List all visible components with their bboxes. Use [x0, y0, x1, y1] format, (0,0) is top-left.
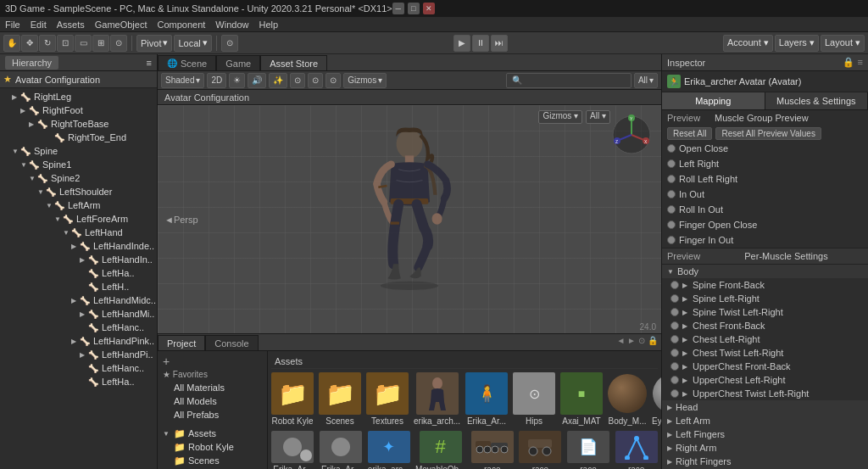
- menu-assets[interactable]: Assets: [57, 20, 85, 30]
- right-fingers-section[interactable]: ▶ Right Fingers: [662, 455, 868, 468]
- shaded-dropdown[interactable]: Shaded ▾: [161, 73, 204, 88]
- fx-btn[interactable]: ✨: [269, 73, 287, 88]
- tree-item-rightleg[interactable]: ▶ 🦴 RightLeg: [0, 90, 157, 103]
- proj-all-materials[interactable]: All Materials: [158, 381, 267, 394]
- hand-tool[interactable]: ✋: [3, 35, 20, 52]
- menu-gameobject[interactable]: GameObject: [95, 20, 147, 30]
- account-dropdown[interactable]: Account ▾: [723, 35, 773, 52]
- tree-item-leftforearm[interactable]: ▼ 🦴 LeftForeArm: [0, 212, 157, 226]
- tree-item-spine[interactable]: ▼ 🦴 Spine: [0, 144, 157, 158]
- muscle-row-fingeropen[interactable]: Finger Open Close: [662, 217, 868, 232]
- rotate-tool[interactable]: ↻: [39, 35, 56, 52]
- asset-scenes[interactable]: 📁 Scenes: [319, 372, 361, 426]
- add-asset-btn[interactable]: +: [158, 355, 267, 368]
- muscle-row-openclose[interactable]: Open Close: [662, 141, 868, 156]
- tab-mapping[interactable]: Mapping: [662, 92, 765, 109]
- muscle-upperchest-twistlr[interactable]: ▶ UpperChest Twist Left-Right: [662, 387, 868, 400]
- tree-item-leftha2[interactable]: 🦴 LeftHa..: [0, 375, 157, 388]
- tree-item-lefthandmi[interactable]: ▶ 🦴 LeftHandMi..: [0, 307, 157, 321]
- muscle-chest-twistlr[interactable]: ▶ Chest Twist Left-Right: [662, 346, 868, 360]
- asset-robot-kyle[interactable]: 📁 Robot Kyle: [271, 372, 314, 426]
- scene-btn3[interactable]: ⊙: [308, 73, 323, 88]
- all-btn[interactable]: All ▾: [586, 110, 610, 124]
- asset-axai-mat[interactable]: ■ Axai_MAT: [560, 372, 603, 426]
- asset-hips[interactable]: ⊙ Hips: [513, 372, 555, 426]
- menu-window[interactable]: Window: [215, 20, 248, 30]
- close-button[interactable]: ✕: [423, 3, 435, 14]
- asset-erika-ar1[interactable]: 🧍 Erika_Ar...: [465, 372, 508, 426]
- gizmos-dropdown[interactable]: Gizmos ▾: [343, 73, 387, 88]
- local-dropdown[interactable]: Local ▾: [174, 35, 211, 52]
- muscle-spine-leftright[interactable]: ▶ Spine Left-Right: [662, 292, 868, 305]
- tree-item-lefthandpi[interactable]: ▶ 🦴 LeftHandPi..: [0, 348, 157, 361]
- asset-erika-arc-small[interactable]: ✦ erika_arc...: [367, 431, 410, 469]
- tree-item-spine1[interactable]: ▼ 🦴 Spine1: [0, 158, 157, 171]
- tree-item-lefth[interactable]: 🦴 LeftH..: [0, 280, 157, 293]
- layout-dropdown[interactable]: Layout ▾: [821, 35, 865, 52]
- reset-preview-btn[interactable]: Reset All Preview Values: [715, 127, 821, 140]
- scene-btn4[interactable]: ⊙: [326, 73, 341, 88]
- tab-scene[interactable]: 🌐 Scene: [158, 55, 216, 70]
- head-section[interactable]: ▶ Head: [662, 400, 868, 414]
- muscle-upperchest-leftright[interactable]: ▶ UpperChest Left-Right: [662, 373, 868, 387]
- asset-erika-small2[interactable]: Erika_Ar...: [320, 431, 363, 469]
- custom-tool[interactable]: ⊙: [110, 35, 127, 52]
- move-tool[interactable]: ✥: [21, 35, 38, 52]
- tree-item-leftha[interactable]: 🦴 LeftHa..: [0, 266, 157, 280]
- hierarchy-tab[interactable]: Hierarchy: [5, 56, 58, 70]
- tree-item-lefthand[interactable]: ▼ 🦴 LeftHand: [0, 226, 157, 239]
- proj-all-prefabs[interactable]: All Prefabs: [158, 408, 267, 422]
- tree-item-leftarm[interactable]: ▼ 🦴 LeftArm: [0, 198, 157, 212]
- tree-item-rightfoot[interactable]: ▶ 🦴 RightFoot: [0, 103, 157, 117]
- proj-scenes[interactable]: 📁 Scenes: [158, 454, 267, 467]
- scale-tool[interactable]: ⊡: [57, 35, 74, 52]
- reset-all-btn[interactable]: Reset All: [667, 127, 712, 140]
- asset-textures[interactable]: 📁 Textures: [366, 372, 409, 426]
- all-dropdown[interactable]: All ▾: [634, 73, 658, 88]
- right-arm-section[interactable]: ▶ Right Arm: [662, 441, 868, 455]
- custom-btn2[interactable]: ⊙: [221, 35, 238, 52]
- asset-erika-small1[interactable]: Erika_Ar...: [271, 431, 314, 469]
- layers-dropdown[interactable]: Layers ▾: [775, 35, 819, 52]
- tab-game[interactable]: Game: [216, 55, 260, 70]
- menu-help[interactable]: Help: [259, 20, 278, 30]
- 2d-button[interactable]: 2D: [207, 73, 226, 88]
- menu-file[interactable]: File: [5, 20, 20, 30]
- muscle-row-rollleftright[interactable]: Roll Left Right: [662, 171, 868, 187]
- tree-item-righttoebase[interactable]: ▶ 🦴 RightToeBase: [0, 117, 157, 131]
- tree-item-lefthandc2[interactable]: 🦴 LeftHanc..: [0, 361, 157, 375]
- menu-edit[interactable]: Edit: [31, 20, 47, 30]
- muscle-spine-twistlr[interactable]: ▶ Spine Twist Left-Right: [662, 305, 868, 319]
- hierarchy-content[interactable]: ▶ 🦴 RightLeg ▶ 🦴 RightFoot ▶ 🦴 RightToeB…: [0, 88, 157, 469]
- muscle-row-rollinout[interactable]: Roll In Out: [662, 202, 868, 217]
- muscle-row-leftright[interactable]: Left Right: [662, 156, 868, 171]
- asset-erika-arch[interactable]: erika_arch...: [414, 372, 460, 426]
- menu-component[interactable]: Component: [157, 20, 205, 30]
- tab-asset-store[interactable]: Asset Store: [260, 55, 327, 70]
- proj-all-models[interactable]: All Models: [158, 394, 267, 408]
- scene-btn2[interactable]: ⊙: [290, 73, 305, 88]
- inspector-lock-icon[interactable]: 🔒: [843, 57, 854, 68]
- muscle-row-inout[interactable]: In Out: [662, 187, 868, 202]
- muscle-chest-leftright[interactable]: ▶ Chest Left-Right: [662, 332, 868, 346]
- asset-race1[interactable]: race: [470, 431, 514, 469]
- tree-item-lefthandmidc[interactable]: ▶ 🦴 LeftHandMidc..: [0, 293, 157, 307]
- asset-eyespec[interactable]: EyeSpec...: [652, 372, 661, 426]
- tree-item-lefthandc[interactable]: 🦴 LeftHanc..: [0, 321, 157, 334]
- tree-item-righttoe[interactable]: 🦴 RightToe_End: [0, 131, 157, 144]
- muscle-row-fingerinout[interactable]: Finger In Out: [662, 232, 868, 248]
- step-button[interactable]: ⏭: [491, 35, 508, 52]
- proj-robot-kyle[interactable]: 📁 Robot Kyle: [158, 440, 267, 454]
- tree-item-lefthandpink[interactable]: ▶ 🦴 LeftHandPink..: [0, 334, 157, 348]
- asset-race3[interactable]: 📄 race: [567, 431, 610, 469]
- hierarchy-menu-btn[interactable]: ≡: [147, 58, 152, 68]
- asset-race2[interactable]: race: [519, 431, 562, 469]
- tree-item-leftshoulder[interactable]: ▼ 🦴 LeftShoulder: [0, 185, 157, 198]
- transform-tool[interactable]: ⊞: [92, 35, 109, 52]
- lighting-btn[interactable]: ☀: [229, 73, 245, 88]
- asset-body-m[interactable]: Body_M...: [608, 372, 647, 426]
- muscle-upperchest-frontback[interactable]: ▶ UpperChest Front-Back: [662, 360, 868, 373]
- pause-button[interactable]: ⏸: [472, 35, 489, 52]
- tab-muscles-settings[interactable]: Muscles & Settings: [765, 92, 869, 109]
- proj-assets-root[interactable]: ▼ 📁 Assets: [158, 427, 267, 440]
